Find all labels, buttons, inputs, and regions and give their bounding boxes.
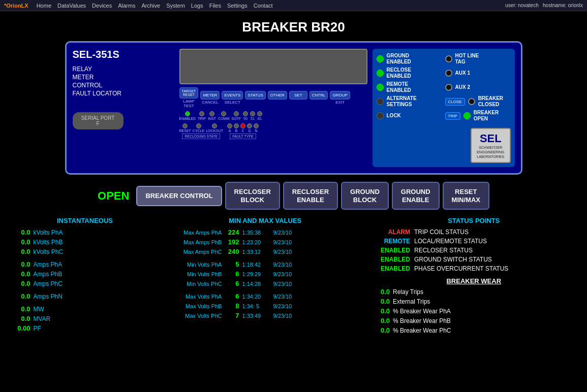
mm-max-amps-phb: Max Amps PhB 192 1:23:20 9/23/10 [166, 238, 364, 246]
btn-other[interactable]: OTHER [268, 91, 287, 100]
nav-devices[interactable]: Devices [92, 3, 112, 9]
ground-block-button[interactable]: GROUNDBLOCK [341, 182, 389, 210]
recloser-enable-button[interactable]: RECLOSERENABLE [283, 182, 338, 210]
nav-system[interactable]: System [166, 3, 185, 9]
nav-alarms[interactable]: Alarms [118, 3, 135, 9]
relay-menu-relay[interactable]: RELAY [73, 66, 174, 73]
relay-menu-control[interactable]: CONTROL [73, 82, 174, 89]
user-text: user: novatech [505, 3, 539, 8]
label-alt-settings: ALTERNATESETTINGS [387, 95, 417, 108]
btn-select-label: SELECT [225, 100, 240, 105]
relay-buttons-row1: TARGETRESET LAMPTEST METER CANCEL EVENTS… [179, 87, 367, 108]
ind-inst [209, 111, 214, 116]
btn-group-label: EXIT [335, 100, 345, 105]
recloser-block-button[interactable]: RECLOSERBLOCK [225, 182, 280, 210]
dot-hot-line-tag [445, 55, 452, 62]
btn-events[interactable]: EVENTS [222, 91, 243, 100]
sp-ground-switch: ENABLED GROUND SWITCH STATUS [375, 256, 573, 263]
label-reclose-enabled: RECLOSEENABLED [387, 67, 411, 79]
status-points-col: STATUS POINTS ALARM TRIP COIL STATUS REM… [375, 217, 573, 336]
reclosing-state-label: RECLOSING STATE [182, 134, 220, 139]
logo: *OrionLX [4, 3, 28, 9]
page-title: BREAKER BR20 [0, 11, 587, 41]
label-aux2: AUX 2 [455, 84, 470, 90]
btn-set-label [298, 100, 299, 105]
label-hot-line-tag: HOT LINETAG [455, 53, 479, 65]
inst-amps-phc: 0.0 Amps PhC [14, 280, 156, 287]
relay-left: SEL-351S RELAY METER CONTROL FAULT LOCAT… [73, 49, 174, 167]
dot-breaker-closed [468, 98, 475, 105]
mm-max-volts-phb: Max Volts PhB 8 1:34: 5 9/23/10 [166, 302, 364, 310]
fault-type-label: FAULT TYPE [230, 134, 256, 139]
btn-target-reset[interactable]: TARGETRESET [179, 87, 199, 99]
sp-trip-coil: ALARM TRIP COIL STATUS [375, 228, 573, 236]
breaker-wear-title: BREAKER WEAR [375, 277, 573, 285]
nav-home[interactable]: Home [37, 3, 51, 9]
btn-status[interactable]: STATUS [245, 91, 265, 100]
top-nav: *OrionLX Home DataValues Devices Alarms … [0, 0, 587, 11]
dot-alt-settings [377, 98, 384, 105]
relay-serial-port: SERIAL PORT F [73, 112, 123, 129]
dot-remote-enabled [377, 84, 384, 91]
btn-cntrl-label [318, 100, 319, 105]
ind-comm [221, 111, 226, 116]
dot-ground-enabled [377, 55, 384, 62]
mm-min-volts-phc: Min Volts PhC 6 1:14:28 9/23/10 [166, 280, 364, 287]
breaker-control-button[interactable]: BREAKER CONTROL [136, 186, 222, 206]
ground-enable-button[interactable]: GROUNDENABLE [392, 182, 440, 210]
fault-b [234, 123, 239, 128]
bw-wear-phc: 0.0 % Breaker Wear PhC [375, 326, 573, 334]
close-button[interactable]: CLOSE [445, 98, 465, 106]
sel-box: SEL SCHWEITZERENGGINEERINGLABORATORIES [471, 128, 510, 163]
btn-lamp-test-label: LAMPTEST [183, 99, 195, 108]
btn-meter[interactable]: METER [200, 91, 220, 100]
sel-sub: SCHWEITZERENGGINEERINGLABORATORIES [477, 145, 504, 159]
reset-minmax-button[interactable]: RESETMIN/MAX [443, 182, 489, 210]
bw-wear-pha: 0.0 % Breaker Wear PhA [375, 307, 573, 315]
relay-panel: SEL-351S RELAY METER CONTROL FAULT LOCAT… [65, 41, 522, 175]
inst-amps-pha: 0.0 Amps PhA [14, 260, 156, 268]
ind-sotf [234, 111, 239, 116]
btn-cancel-label: CANCEL [202, 100, 218, 105]
nav-contact[interactable]: Contact [254, 3, 273, 9]
logo-text[interactable]: OrionLX [6, 3, 28, 9]
fault-c [240, 123, 245, 128]
btn-group[interactable]: GROUP [330, 91, 350, 100]
btn-cntrl[interactable]: CNTRL [310, 91, 328, 100]
nav-logs[interactable]: Logs [191, 3, 203, 9]
inst-mw: 0.0 MW [14, 305, 156, 313]
inst-kvolts-pha: 0.0 kVolts PhA [14, 228, 156, 236]
fault-n [254, 123, 259, 128]
nav-items: Home DataValues Devices Alarms Archive S… [37, 3, 505, 9]
label-aux1: AUX 1 [455, 70, 470, 76]
nav-archive[interactable]: Archive [141, 3, 160, 9]
bw-external-trips: 0.0 External Trips [375, 298, 573, 305]
mm-max-volts-pha: Max Volts PhA 6 1:34:20 9/23/10 [166, 292, 364, 300]
relay-menu-meter[interactable]: METER [73, 74, 174, 81]
minmax-title: MIN AND MAX VALUES [166, 217, 364, 224]
inst-amps-phn: 0.0 Amps PhN [14, 292, 156, 300]
trip-button[interactable]: TRIP [445, 112, 460, 120]
dot-aux1 [445, 70, 452, 77]
status-row-3: REMOTEENABLED AUX 2 [377, 81, 511, 93]
status-row-4: ALTERNATESETTINGS CLOSE BREAKERCLOSED [377, 95, 511, 108]
minmax-col: MIN AND MAX VALUES Max Amps PhA 224 1:35… [166, 217, 364, 336]
relay-menu-fault-locator[interactable]: FAULT LOCATOR [73, 90, 174, 97]
nav-datavalues[interactable]: DataValues [57, 3, 86, 9]
label-breaker-closed: BREAKERCLOSED [478, 95, 503, 108]
nav-settings[interactable]: Settings [227, 3, 248, 9]
btn-set[interactable]: SET [289, 91, 307, 100]
instantaneous-col: INSTANTANEOUS 0.0 kVolts PhA 0.0 kVolts … [14, 217, 156, 336]
dot-breaker-open [464, 112, 471, 119]
nav-files[interactable]: Files [209, 3, 221, 9]
sel-title: SEL [477, 132, 504, 145]
bw-relay-trips: 0.0 Relay Trips [375, 288, 573, 296]
inst-kvolts-phb: 0.0 kVolts PhB [14, 238, 156, 246]
breaker-status-open: OPEN [98, 189, 129, 203]
btn-other-label [277, 100, 278, 105]
relay-center: TARGETRESET LAMPTEST METER CANCEL EVENTS… [179, 49, 367, 167]
ind-51 [250, 111, 255, 116]
mm-min-volts-phb: Min Volts PhB 6 1:29:29 9/23/10 [166, 270, 364, 278]
bw-wear-phb: 0.0 % Breaker Wear PhB [375, 317, 573, 324]
dot-lock [377, 112, 384, 119]
